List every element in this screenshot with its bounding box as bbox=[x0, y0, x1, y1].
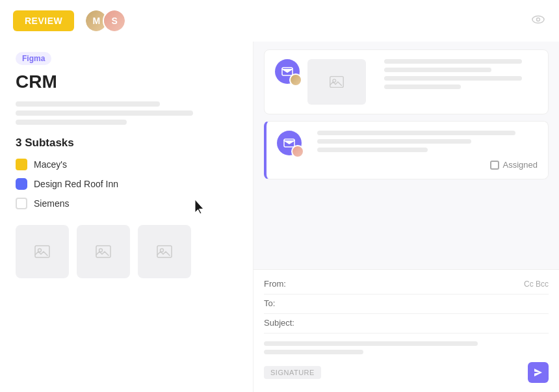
left-panel: Figma CRM 3 Subtasks Macey's Design Red … bbox=[0, 42, 254, 392]
desc-line-1 bbox=[16, 101, 160, 107]
content-line-4 bbox=[384, 85, 461, 89]
svg-point-1 bbox=[537, 18, 540, 21]
avatar-group: M S bbox=[84, 9, 126, 33]
right-panel: Assigned From: Cc Bcc To: Subject: bbox=[254, 42, 559, 392]
send-button[interactable] bbox=[528, 362, 549, 383]
content-line-3 bbox=[384, 76, 522, 81]
project-title: CRM bbox=[16, 72, 237, 92]
content-line-1 bbox=[384, 59, 522, 64]
email-2-content bbox=[317, 131, 538, 152]
subtask-item-maceys[interactable]: Macey's bbox=[16, 159, 237, 170]
email-card-2[interactable]: Assigned bbox=[264, 121, 549, 179]
email-icon-wrap-1 bbox=[275, 59, 300, 84]
email-card-1[interactable] bbox=[264, 49, 549, 114]
compose-subject-field: Subject: bbox=[264, 318, 549, 328]
compose-subject-label: Subject: bbox=[264, 318, 303, 328]
content-line-7 bbox=[317, 148, 428, 152]
figma-badge: Figma bbox=[16, 52, 51, 65]
subtask-item-design-red-roof[interactable]: Design Red Roof Inn bbox=[16, 178, 237, 190]
email-image-1 bbox=[307, 59, 366, 105]
subtasks-heading: 3 Subtasks bbox=[16, 137, 237, 150]
review-button[interactable]: REVIEW bbox=[13, 10, 74, 31]
compose-footer: SIGNATURE bbox=[264, 362, 549, 383]
desc-line-2 bbox=[16, 111, 193, 116]
compose-area: From: Cc Bcc To: Subject: SIGNATURE bbox=[254, 269, 559, 392]
email-icon-wrap-2 bbox=[277, 131, 302, 155]
subtask-label-design-red-roof: Design Red Roof Inn bbox=[34, 179, 118, 189]
content-line-2 bbox=[384, 68, 491, 72]
thumbnails-row bbox=[16, 225, 237, 278]
topbar: REVIEW M S bbox=[0, 0, 559, 42]
assigned-label: Assigned bbox=[503, 160, 538, 170]
compose-divider-1 bbox=[264, 294, 549, 294]
desc-line-3 bbox=[16, 120, 127, 125]
main-layout: Figma CRM 3 Subtasks Macey's Design Red … bbox=[0, 42, 559, 392]
eye-icon[interactable] bbox=[530, 12, 546, 31]
subtask-checkbox-maceys[interactable] bbox=[16, 159, 27, 170]
subtask-item-siemens[interactable]: Siemens bbox=[16, 198, 237, 209]
sender-avatar-1 bbox=[289, 73, 302, 86]
compose-from-field: From: Cc Bcc bbox=[264, 279, 549, 289]
compose-divider-2 bbox=[264, 313, 549, 314]
topbar-left: REVIEW M S bbox=[13, 9, 126, 33]
email-thread: Assigned bbox=[254, 42, 559, 269]
svg-point-0 bbox=[532, 16, 544, 23]
assigned-badge: Assigned bbox=[317, 160, 538, 170]
content-line-5 bbox=[317, 131, 515, 135]
compose-body bbox=[264, 341, 549, 354]
subtask-label-maceys: Macey's bbox=[34, 159, 67, 170]
compose-body-line-2 bbox=[264, 350, 363, 354]
compose-cc-label: Cc Bcc bbox=[524, 280, 549, 289]
thumbnail-3[interactable] bbox=[138, 225, 191, 278]
signature-badge: SIGNATURE bbox=[264, 366, 321, 379]
subtask-checkbox-siemens[interactable] bbox=[16, 198, 27, 209]
compose-body-line-1 bbox=[264, 341, 478, 346]
thumbnail-2[interactable] bbox=[77, 225, 130, 278]
thumbnail-1[interactable] bbox=[16, 225, 69, 278]
subtask-label-siemens: Siemens bbox=[34, 198, 69, 209]
assigned-checkbox[interactable] bbox=[490, 161, 499, 170]
avatar-2-img: S bbox=[104, 10, 125, 31]
email-1-content bbox=[384, 59, 538, 93]
compose-to-label: To: bbox=[264, 298, 303, 308]
compose-to-field: To: bbox=[264, 298, 549, 308]
description-placeholder bbox=[16, 101, 237, 125]
compose-divider-3 bbox=[264, 333, 549, 333]
avatar-2: S bbox=[103, 9, 126, 33]
sender-avatar-2 bbox=[291, 145, 304, 158]
content-line-6 bbox=[317, 139, 471, 144]
subtask-list: Macey's Design Red Roof Inn Siemens bbox=[16, 159, 237, 209]
compose-from-label: From: bbox=[264, 279, 303, 289]
subtask-checkbox-design-red-roof[interactable] bbox=[16, 178, 27, 190]
